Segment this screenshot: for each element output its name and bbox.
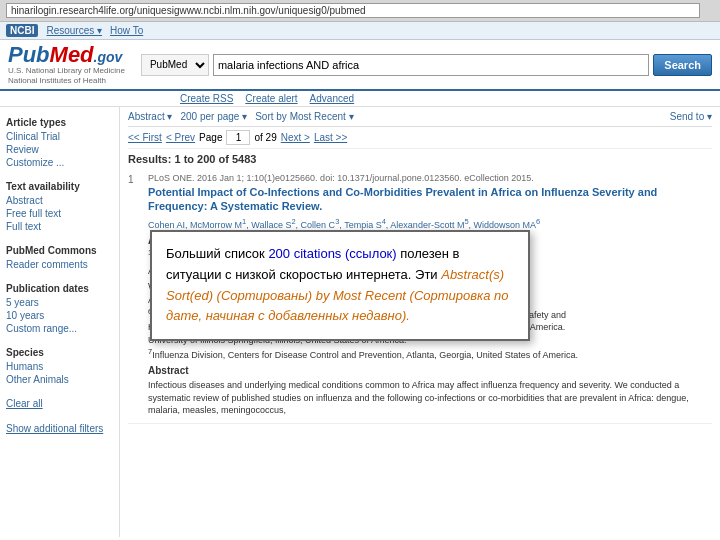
- create-alert-link[interactable]: Create alert: [245, 93, 297, 104]
- advanced-link[interactable]: Advanced: [310, 93, 354, 104]
- create-rss-link[interactable]: Create RSS: [180, 93, 233, 104]
- species-title: Species: [0, 343, 119, 360]
- ncbi-logo: NCBI: [6, 24, 38, 37]
- browser-bar: hinarilogin.research4life.org/uniquesigw…: [0, 0, 720, 22]
- article-title-link[interactable]: Potential Impact of Co-Infections and Co…: [148, 185, 712, 214]
- pubmed-logo: PubMed.gov: [8, 44, 122, 66]
- article-number: 1: [128, 173, 142, 417]
- results-toolbar: Abstract ▾ 200 per page ▾ Sort by Most R…: [128, 107, 712, 127]
- clear-all-link[interactable]: Clear all: [0, 394, 119, 413]
- sidebar-humans[interactable]: Humans: [0, 360, 119, 373]
- article-source: PLoS ONE. 2016 Jan 1; 1:10(1)e0125660. d…: [148, 173, 712, 183]
- author-collen[interactable]: Collen C3: [301, 220, 340, 230]
- of-label: of 29: [254, 132, 276, 143]
- sidebar-review[interactable]: Review: [0, 143, 119, 156]
- sidebar-free-full-text[interactable]: Free full text: [0, 207, 119, 220]
- text-availability-title: Text availability: [0, 177, 119, 194]
- address-bar[interactable]: hinarilogin.research4life.org/uniquesigw…: [6, 3, 700, 18]
- ncbi-resources-link[interactable]: Resources ▾: [46, 25, 102, 36]
- search-button[interactable]: Search: [653, 54, 712, 76]
- article-types-title: Article types: [0, 113, 119, 130]
- abstract-text: Infectious diseases and underlying medic…: [148, 379, 712, 417]
- last-page-link[interactable]: Last >>: [314, 132, 347, 143]
- sidebar-other-animals[interactable]: Other Animals: [0, 373, 119, 386]
- pagination: << First < Prev Page of 29 Next > Last >…: [128, 127, 712, 149]
- result-count: Results: 1 to 200 of 5483: [128, 149, 712, 167]
- publication-dates-title: Publication dates: [0, 279, 119, 296]
- sidebar-10years[interactable]: 10 years: [0, 309, 119, 322]
- author-widdowson[interactable]: Widdowson MA6: [474, 220, 541, 230]
- sidebar-customize[interactable]: Customize ...: [0, 156, 119, 169]
- sidebar-reader-comments[interactable]: Reader comments: [0, 258, 119, 271]
- sidebar-abstract[interactable]: Abstract: [0, 194, 119, 207]
- info-popup: Больший список 200 citations (ссылок) по…: [150, 230, 530, 341]
- next-page-link[interactable]: Next >: [281, 132, 310, 143]
- sort-dropdown[interactable]: Sort by Most Recent ▾: [255, 111, 353, 122]
- per-page-dropdown[interactable]: 200 per page ▾: [180, 111, 247, 122]
- pubmed-commons-title: PubMed Commons: [0, 241, 119, 258]
- pubmed-tagline: U.S. National Library of Medicine Nation…: [8, 66, 125, 85]
- page-label: Page: [199, 132, 222, 143]
- author-tempia[interactable]: Tempia S4: [344, 220, 386, 230]
- sidebar-custom-range[interactable]: Custom range...: [0, 322, 119, 335]
- author-cohen[interactable]: Cohen AI: [148, 220, 185, 230]
- pubmed-header: PubMed.gov U.S. National Library of Medi…: [0, 40, 720, 91]
- sidebar-clinical-trial[interactable]: Clinical Trial: [0, 130, 119, 143]
- page-input[interactable]: [226, 130, 250, 145]
- first-page-link[interactable]: << First: [128, 132, 162, 143]
- ncbi-bar: NCBI Resources ▾ How To: [0, 22, 720, 40]
- send-to-dropdown[interactable]: Send to ▾: [670, 111, 712, 122]
- popup-text-before: Больший список: [166, 246, 268, 261]
- show-additional-filters-link[interactable]: Show additional filters: [0, 421, 119, 436]
- sidebar-full-text[interactable]: Full text: [0, 220, 119, 233]
- pubmed-sub-links: Create RSS Create alert Advanced: [0, 91, 720, 107]
- search-box-area: PubMed Search: [141, 54, 712, 76]
- author-mcmorrow[interactable]: McMorrow M1: [190, 220, 246, 230]
- prev-page-link[interactable]: < Prev: [166, 132, 195, 143]
- abstract-label: Abstract: [148, 365, 712, 376]
- abstract-dropdown[interactable]: Abstract ▾: [128, 111, 172, 122]
- author-alexander[interactable]: Alexander-Scott M5: [390, 220, 468, 230]
- search-dropdown[interactable]: PubMed: [141, 54, 209, 76]
- search-input[interactable]: [213, 54, 649, 76]
- sidebar-5years[interactable]: 5 years: [0, 296, 119, 309]
- author-wallace[interactable]: Wallace S2: [251, 220, 295, 230]
- sidebar: Article types Clinical Trial Review Cust…: [0, 107, 120, 537]
- popup-highlight-blue: 200 citations (ссылок): [268, 246, 396, 261]
- ncbi-howto-link[interactable]: How To: [110, 25, 143, 36]
